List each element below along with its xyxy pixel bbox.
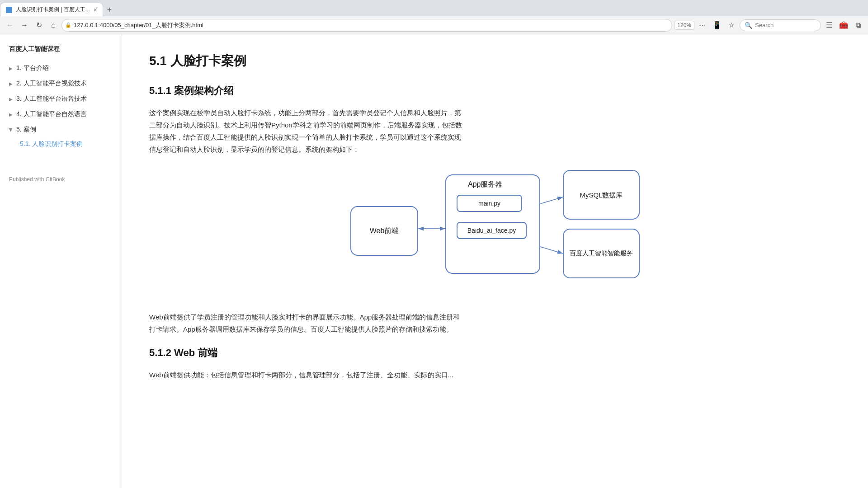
web-frontend-label: Web前端 [370, 226, 399, 236]
search-icon: 🔍 [745, 22, 752, 29]
search-box[interactable]: 🔍 [740, 19, 821, 31]
mysql-label: MySQL数据库 [576, 187, 626, 203]
architecture-diagram: Web前端 App服务器 main.py Baidu_ai_face.py [341, 170, 649, 296]
address-input[interactable] [61, 19, 672, 32]
pocket-button[interactable]: 📱 [711, 19, 723, 32]
chevron-icon-5: ▶ [9, 128, 14, 131]
sidebar-item-5[interactable]: ▶ 5. 案例 [0, 122, 122, 137]
sidebar-item-5-label: 5. 案例 [16, 126, 36, 134]
sidebar-toggle-button[interactable]: ⧉ [852, 19, 864, 32]
page-title: 5.1 人脸打卡案例 [149, 52, 841, 70]
browser-content: 百度人工智能课程 ▶ 1. 平台介绍 ▶ 2. 人工智能平台视觉技术 ▶ 3. … [0, 34, 868, 488]
collections-button[interactable]: ☰ [823, 19, 835, 32]
active-tab[interactable]: 人脸识别打卡案例 | 百度人工... × [0, 3, 103, 16]
sidebar-item-3[interactable]: ▶ 3. 人工智能平台语音技术 [0, 91, 122, 107]
section1-paragraph: 这个案例实现在校学员自动人脸打卡系统，功能上分两部分，首先需要学员登记个人信息和… [149, 107, 466, 155]
chevron-icon-3: ▶ [9, 97, 13, 102]
new-tab-button[interactable]: + [103, 4, 116, 16]
tab-label: 人脸识别打卡案例 | 百度人工... [16, 6, 90, 14]
reload-button[interactable]: ↻ [33, 19, 45, 32]
content-wrapper: ‹ 5.1 人脸打卡案例 5.1.1 案例架构介绍 这个案例实现在校学员自动人脸… [122, 34, 868, 488]
section2-title: 5.1.2 Web 前端 [149, 346, 841, 360]
main-py-label: main.py [478, 200, 500, 207]
home-button[interactable]: ⌂ [47, 19, 60, 32]
address-bar-wrapper: 🔒 [61, 19, 672, 32]
search-input[interactable] [755, 22, 809, 28]
back-button[interactable]: ← [4, 19, 16, 32]
bookmark-button[interactable]: ☆ [725, 19, 738, 32]
section1-title: 5.1.1 案例架构介绍 [149, 84, 841, 98]
baidu-ai-box: 百度人工智能智能服务 [563, 229, 640, 278]
sidebar-item-2[interactable]: ▶ 2. 人工智能平台视觉技术 [0, 76, 122, 91]
baidu-face-box: Baidu_ai_face.py [457, 222, 527, 239]
sidebar-title: 百度人工智能课程 [0, 42, 122, 61]
sidebar: 百度人工智能课程 ▶ 1. 平台介绍 ▶ 2. 人工智能平台视觉技术 ▶ 3. … [0, 34, 122, 488]
extensions-button[interactable]: 🧰 [837, 19, 850, 32]
mysql-box: MySQL数据库 [563, 170, 640, 220]
browser-nav: ← → ↻ ⌂ 🔒 120% ⋯ 📱 ☆ 🔍 ☰ 🧰 ⧉ [0, 16, 868, 34]
sidebar-item-2-label: 2. 人工智能平台视觉技术 [16, 80, 87, 88]
sidebar-item-3-label: 3. 人工智能平台语音技术 [16, 95, 87, 103]
tab-close-button[interactable]: × [94, 6, 97, 14]
baidu-face-label: Baidu_ai_face.py [467, 227, 516, 234]
content-area: 5.1 人脸打卡案例 5.1.1 案例架构介绍 这个案例实现在校学员自动人脸打卡… [122, 34, 868, 410]
sidebar-item-4-label: 4. 人工智能平台自然语言 [16, 110, 87, 118]
app-server-label: App服务器 [468, 180, 502, 189]
zoom-badge: 120% [674, 21, 694, 30]
secure-icon: 🔒 [65, 22, 71, 28]
more-button[interactable]: ⋯ [696, 19, 709, 32]
web-frontend-box: Web前端 [350, 206, 418, 256]
chevron-icon-4: ▶ [9, 112, 13, 117]
section2-paragraph: Web前端提供功能：包括信息管理和打卡两部分，信息管理部分，包括了注册、全功能、… [149, 369, 466, 381]
tab-favicon [6, 7, 12, 13]
tab-bar: 人脸识别打卡案例 | 百度人工... × + [0, 0, 868, 16]
diagram-container: Web前端 App服务器 main.py Baidu_ai_face.py [149, 170, 841, 296]
chevron-icon-2: ▶ [9, 81, 13, 86]
sidebar-item-1[interactable]: ▶ 1. 平台介绍 [0, 61, 122, 76]
paragraph2: Web前端提供了学员注册的管理功能和人脸实时打卡的界面展示功能。App服务器处理… [149, 311, 466, 335]
sidebar-item-4[interactable]: ▶ 4. 人工智能平台自然语言 [0, 107, 122, 122]
sidebar-sub-item-5-1-label: 5.1. 人脸识别打卡案例 [20, 140, 83, 148]
chevron-icon-1: ▶ [9, 66, 13, 71]
svg-line-6 [540, 247, 563, 253]
sidebar-sub-item-5-1[interactable]: 5.1. 人脸识别打卡案例 [0, 137, 122, 151]
forward-button[interactable]: → [18, 19, 31, 32]
sidebar-item-1-label: 1. 平台介绍 [16, 64, 49, 72]
baidu-ai-label: 百度人工智能智能服务 [566, 245, 637, 262]
svg-line-5 [540, 197, 563, 204]
main-py-box: main.py [457, 195, 522, 212]
sidebar-footer: Published with GitBook [0, 169, 122, 190]
